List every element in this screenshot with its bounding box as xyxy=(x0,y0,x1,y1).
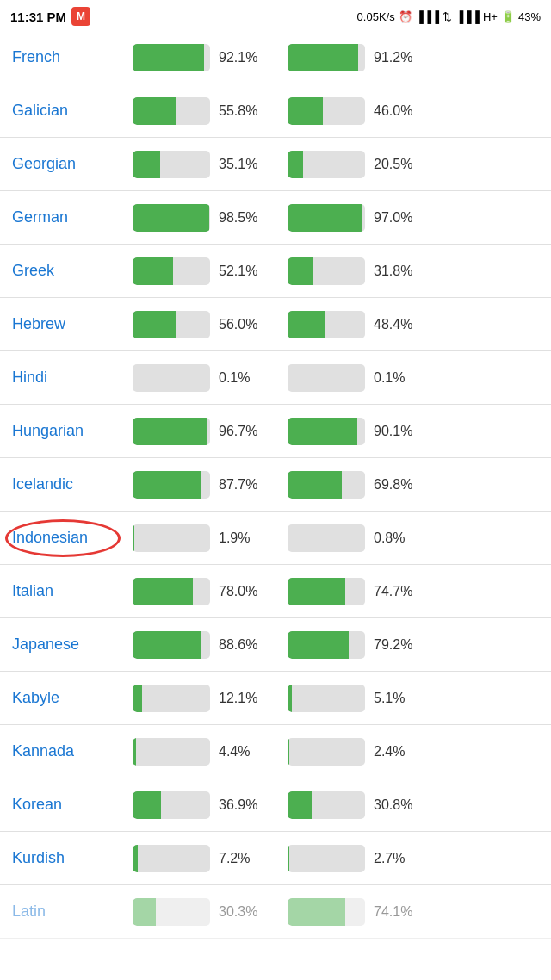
progress-bar-1 xyxy=(133,578,210,605)
percent-label-1: 52.1% xyxy=(219,264,279,279)
percent-label-1: 36.9% xyxy=(219,797,279,813)
table-row[interactable]: Georgian35.1%20.5% xyxy=(0,138,551,191)
language-name: Japanese xyxy=(12,636,133,654)
bar-group: 0.1%0.1% xyxy=(133,364,539,392)
table-row[interactable]: Italian78.0%74.7% xyxy=(0,565,551,618)
language-name: German xyxy=(12,208,133,226)
percent-label-2: 90.1% xyxy=(374,424,434,439)
progress-bar-1 xyxy=(133,524,210,552)
percent-label-2: 20.5% xyxy=(374,157,434,172)
bar-group: 30.3%74.1% xyxy=(133,898,539,926)
progress-bar-1 xyxy=(133,311,210,338)
progress-bar-2 xyxy=(288,791,365,819)
percent-label-2: 74.1% xyxy=(374,904,434,920)
status-speed: 0.05K/s xyxy=(357,10,395,23)
bar-group: 4.4%2.4% xyxy=(133,738,539,766)
progress-bar-1 xyxy=(133,97,210,125)
bar-group: 12.1%5.1% xyxy=(133,685,539,712)
percent-label-2: 91.2% xyxy=(374,50,434,65)
table-row[interactable]: Kurdish7.2%2.7% xyxy=(0,832,551,885)
table-row[interactable]: Galician55.8%46.0% xyxy=(0,84,551,138)
progress-bar-2 xyxy=(288,524,365,552)
table-row[interactable]: Korean36.9%30.8% xyxy=(0,778,551,832)
battery-icon: 🔋 xyxy=(501,10,515,23)
language-name: Icelandic xyxy=(12,475,133,493)
bar-group: 35.1%20.5% xyxy=(133,151,539,178)
data-icon: ⇅ xyxy=(443,10,452,23)
progress-bar-2 xyxy=(288,311,365,338)
language-name: Hindi xyxy=(12,369,133,387)
progress-bar-1 xyxy=(133,738,210,766)
progress-bar-1 xyxy=(133,418,210,445)
progress-bar-2 xyxy=(288,97,365,125)
progress-bar-2 xyxy=(288,898,365,926)
table-row[interactable]: Kabyle12.1%5.1% xyxy=(0,672,551,725)
bar-group: 88.6%79.2% xyxy=(133,631,539,659)
percent-label-1: 4.4% xyxy=(219,744,279,760)
percent-label-1: 98.5% xyxy=(219,210,279,226)
bar-group: 87.7%69.8% xyxy=(133,471,539,499)
language-name: Galician xyxy=(12,102,133,120)
progress-bar-1 xyxy=(133,364,210,392)
table-row[interactable]: Indonesian1.9%0.8% xyxy=(0,512,551,565)
percent-label-1: 0.1% xyxy=(219,370,279,386)
percent-label-1: 92.1% xyxy=(219,50,279,65)
table-row[interactable]: Greek52.1%31.8% xyxy=(0,245,551,298)
table-row[interactable]: Hebrew56.0%48.4% xyxy=(0,298,551,351)
percent-label-2: 46.0% xyxy=(374,103,434,119)
table-row[interactable]: French92.1%91.2% xyxy=(0,31,551,84)
signal2-icon: ▐▐▐ xyxy=(455,10,480,23)
percent-label-2: 0.8% xyxy=(374,530,434,546)
progress-bar-2 xyxy=(288,685,365,712)
table-row[interactable]: Latin30.3%74.1% xyxy=(0,885,551,939)
bar-group: 7.2%2.7% xyxy=(133,845,539,872)
progress-bar-2 xyxy=(288,204,365,232)
progress-bar-1 xyxy=(133,845,210,872)
status-right: 0.05K/s ⏰ ▐▐▐ ⇅ ▐▐▐ H+ 🔋 43% xyxy=(357,10,541,23)
percent-label-1: 88.6% xyxy=(219,637,279,653)
progress-bar-2 xyxy=(288,471,365,499)
progress-bar-2 xyxy=(288,257,365,285)
language-name: French xyxy=(12,48,133,66)
bar-group: 55.8%46.0% xyxy=(133,97,539,125)
table-row[interactable]: Kannada4.4%2.4% xyxy=(0,725,551,778)
percent-label-1: 1.9% xyxy=(219,530,279,546)
progress-bar-1 xyxy=(133,44,210,71)
table-row[interactable]: Hindi0.1%0.1% xyxy=(0,351,551,405)
language-name: Kurdish xyxy=(12,849,133,867)
percent-label-1: 55.8% xyxy=(219,103,279,119)
progress-bar-2 xyxy=(288,578,365,605)
table-row[interactable]: Icelandic87.7%69.8% xyxy=(0,458,551,512)
percent-label-2: 0.1% xyxy=(374,370,434,386)
bar-group: 56.0%48.4% xyxy=(133,311,539,338)
percent-label-2: 97.0% xyxy=(374,210,434,226)
progress-bar-2 xyxy=(288,631,365,659)
signal-icon: ▐▐▐ xyxy=(416,10,440,23)
percent-label-1: 35.1% xyxy=(219,157,279,172)
percent-label-1: 78.0% xyxy=(219,584,279,599)
percent-label-2: 5.1% xyxy=(374,691,434,706)
bar-group: 52.1%31.8% xyxy=(133,257,539,285)
percent-label-2: 79.2% xyxy=(374,637,434,653)
language-name: Hebrew xyxy=(12,315,133,333)
percent-label-2: 48.4% xyxy=(374,317,434,332)
language-name: Italian xyxy=(12,582,133,600)
percent-label-2: 2.4% xyxy=(374,744,434,760)
progress-bar-1 xyxy=(133,631,210,659)
table-row[interactable]: German98.5%97.0% xyxy=(0,191,551,245)
table-row[interactable]: Hungarian96.7%90.1% xyxy=(0,405,551,458)
bar-group: 1.9%0.8% xyxy=(133,524,539,552)
table-row[interactable]: Japanese88.6%79.2% xyxy=(0,618,551,672)
bar-group: 92.1%91.2% xyxy=(133,44,539,71)
bar-group: 98.5%97.0% xyxy=(133,204,539,232)
progress-bar-2 xyxy=(288,738,365,766)
progress-bar-1 xyxy=(133,791,210,819)
language-name: Kabyle xyxy=(12,689,133,707)
percent-label-2: 31.8% xyxy=(374,264,434,279)
progress-bar-1 xyxy=(133,471,210,499)
alarm-icon: ⏰ xyxy=(399,10,412,23)
progress-bar-1 xyxy=(133,257,210,285)
language-name: Indonesian xyxy=(12,529,133,547)
percent-label-2: 74.7% xyxy=(374,584,434,599)
percent-label-1: 30.3% xyxy=(219,904,279,920)
